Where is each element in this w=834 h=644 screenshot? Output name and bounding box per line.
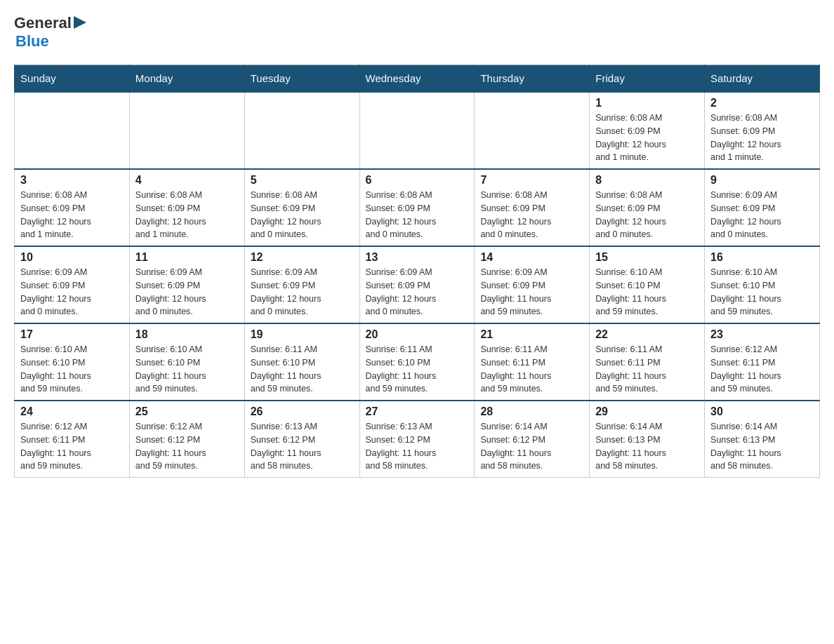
day-info: Sunrise: 6:08 AMSunset: 6:09 PMDaylight:…: [480, 189, 583, 241]
calendar-cell: 27Sunrise: 6:13 AMSunset: 6:12 PMDayligh…: [359, 401, 475, 478]
day-number: 7: [480, 174, 583, 187]
calendar-cell: 9Sunrise: 6:09 AMSunset: 6:09 PMDaylight…: [705, 169, 820, 246]
calendar-cell: 3Sunrise: 6:08 AMSunset: 6:09 PMDaylight…: [15, 169, 130, 246]
calendar-cell: 13Sunrise: 6:09 AMSunset: 6:09 PMDayligh…: [359, 246, 475, 323]
calendar-cell: 8Sunrise: 6:08 AMSunset: 6:09 PMDaylight…: [590, 169, 705, 246]
logo: General Blue: [14, 14, 89, 51]
day-number: 25: [135, 405, 239, 418]
weekday-header-wednesday: Wednesday: [359, 65, 475, 93]
calendar-cell: 5Sunrise: 6:08 AMSunset: 6:09 PMDaylight…: [244, 169, 359, 246]
weekday-header-friday: Friday: [590, 65, 705, 93]
day-info: Sunrise: 6:11 AMSunset: 6:11 PMDaylight:…: [480, 343, 583, 396]
day-info: Sunrise: 6:11 AMSunset: 6:10 PMDaylight:…: [251, 343, 354, 396]
day-info: Sunrise: 6:09 AMSunset: 6:09 PMDaylight:…: [366, 266, 469, 318]
calendar-cell: 2Sunrise: 6:08 AMSunset: 6:09 PMDaylight…: [705, 92, 820, 169]
day-info: Sunrise: 6:14 AMSunset: 6:13 PMDaylight:…: [710, 420, 814, 473]
calendar-cell: 12Sunrise: 6:09 AMSunset: 6:09 PMDayligh…: [244, 246, 359, 323]
calendar-cell: 15Sunrise: 6:10 AMSunset: 6:10 PMDayligh…: [590, 246, 705, 323]
calendar-cell: 17Sunrise: 6:10 AMSunset: 6:10 PMDayligh…: [15, 323, 130, 401]
calendar-cell: 23Sunrise: 6:12 AMSunset: 6:11 PMDayligh…: [705, 323, 820, 401]
day-info: Sunrise: 6:08 AMSunset: 6:09 PMDaylight:…: [595, 112, 699, 164]
day-info: Sunrise: 6:10 AMSunset: 6:10 PMDaylight:…: [595, 266, 699, 318]
day-number: 18: [135, 328, 239, 341]
calendar-cell: 25Sunrise: 6:12 AMSunset: 6:12 PMDayligh…: [129, 401, 244, 478]
day-number: 15: [595, 251, 699, 264]
calendar-cell: [129, 92, 244, 169]
day-number: 26: [251, 405, 354, 418]
day-info: Sunrise: 6:08 AMSunset: 6:09 PMDaylight:…: [366, 189, 469, 241]
calendar-cell: 6Sunrise: 6:08 AMSunset: 6:09 PMDaylight…: [359, 169, 475, 246]
calendar-cell: 30Sunrise: 6:14 AMSunset: 6:13 PMDayligh…: [705, 401, 820, 478]
calendar-cell: 11Sunrise: 6:09 AMSunset: 6:09 PMDayligh…: [129, 246, 244, 323]
calendar-cell: 1Sunrise: 6:08 AMSunset: 6:09 PMDaylight…: [590, 92, 705, 169]
day-number: 4: [135, 174, 239, 187]
day-number: 5: [251, 174, 354, 187]
day-info: Sunrise: 6:10 AMSunset: 6:10 PMDaylight:…: [135, 343, 239, 396]
calendar-cell: 28Sunrise: 6:14 AMSunset: 6:12 PMDayligh…: [475, 401, 590, 478]
calendar-cell: 18Sunrise: 6:10 AMSunset: 6:10 PMDayligh…: [129, 323, 244, 401]
day-number: 6: [366, 174, 469, 187]
calendar-cell: 19Sunrise: 6:11 AMSunset: 6:10 PMDayligh…: [244, 323, 359, 401]
calendar-table: SundayMondayTuesdayWednesdayThursdayFrid…: [14, 65, 820, 478]
weekday-header-monday: Monday: [129, 65, 244, 93]
day-info: Sunrise: 6:13 AMSunset: 6:12 PMDaylight:…: [366, 420, 469, 473]
weekday-header-row: SundayMondayTuesdayWednesdayThursdayFrid…: [15, 65, 820, 93]
day-number: 17: [20, 328, 124, 341]
day-number: 21: [480, 328, 583, 341]
weekday-header-thursday: Thursday: [475, 65, 590, 93]
calendar-cell: 4Sunrise: 6:08 AMSunset: 6:09 PMDaylight…: [129, 169, 244, 246]
day-number: 9: [710, 174, 814, 187]
calendar-cell: [244, 92, 359, 169]
weekday-header-sunday: Sunday: [15, 65, 130, 93]
day-info: Sunrise: 6:14 AMSunset: 6:12 PMDaylight:…: [480, 420, 583, 473]
day-info: Sunrise: 6:09 AMSunset: 6:09 PMDaylight:…: [710, 189, 814, 241]
day-number: 10: [20, 251, 124, 264]
week-row-3: 10Sunrise: 6:09 AMSunset: 6:09 PMDayligh…: [15, 246, 820, 323]
day-number: 19: [251, 328, 354, 341]
day-info: Sunrise: 6:11 AMSunset: 6:10 PMDaylight:…: [366, 343, 469, 396]
day-number: 12: [251, 251, 354, 264]
day-info: Sunrise: 6:13 AMSunset: 6:12 PMDaylight:…: [251, 420, 354, 473]
day-info: Sunrise: 6:12 AMSunset: 6:11 PMDaylight:…: [710, 343, 814, 396]
calendar-cell: [359, 92, 475, 169]
day-info: Sunrise: 6:12 AMSunset: 6:12 PMDaylight:…: [135, 420, 239, 473]
calendar-cell: 21Sunrise: 6:11 AMSunset: 6:11 PMDayligh…: [475, 323, 590, 401]
calendar-cell: [475, 92, 590, 169]
weekday-header-tuesday: Tuesday: [244, 65, 359, 93]
calendar-cell: 22Sunrise: 6:11 AMSunset: 6:11 PMDayligh…: [590, 323, 705, 401]
day-info: Sunrise: 6:08 AMSunset: 6:09 PMDaylight:…: [595, 189, 699, 241]
calendar-cell: 14Sunrise: 6:09 AMSunset: 6:09 PMDayligh…: [475, 246, 590, 323]
weekday-header-saturday: Saturday: [705, 65, 820, 93]
calendar-cell: 10Sunrise: 6:09 AMSunset: 6:09 PMDayligh…: [15, 246, 130, 323]
day-info: Sunrise: 6:10 AMSunset: 6:10 PMDaylight:…: [20, 343, 124, 396]
calendar-cell: 24Sunrise: 6:12 AMSunset: 6:11 PMDayligh…: [15, 401, 130, 478]
day-number: 14: [480, 251, 583, 264]
day-number: 30: [710, 405, 814, 418]
svg-marker-0: [74, 16, 86, 29]
day-info: Sunrise: 6:09 AMSunset: 6:09 PMDaylight:…: [251, 266, 354, 318]
day-number: 28: [480, 405, 583, 418]
logo-blue: Blue: [15, 32, 49, 51]
day-info: Sunrise: 6:11 AMSunset: 6:11 PMDaylight:…: [595, 343, 699, 396]
week-row-5: 24Sunrise: 6:12 AMSunset: 6:11 PMDayligh…: [15, 401, 820, 478]
day-info: Sunrise: 6:09 AMSunset: 6:09 PMDaylight:…: [480, 266, 583, 318]
day-number: 2: [710, 97, 814, 109]
day-info: Sunrise: 6:14 AMSunset: 6:13 PMDaylight:…: [595, 420, 699, 473]
calendar-cell: 26Sunrise: 6:13 AMSunset: 6:12 PMDayligh…: [244, 401, 359, 478]
day-info: Sunrise: 6:08 AMSunset: 6:09 PMDaylight:…: [135, 189, 239, 241]
day-info: Sunrise: 6:08 AMSunset: 6:09 PMDaylight:…: [20, 189, 124, 241]
day-info: Sunrise: 6:09 AMSunset: 6:09 PMDaylight:…: [135, 266, 239, 318]
calendar-cell: [15, 92, 130, 169]
logo-arrow-icon: [74, 16, 89, 29]
week-row-1: 1Sunrise: 6:08 AMSunset: 6:09 PMDaylight…: [15, 92, 820, 169]
day-number: 1: [595, 97, 699, 109]
calendar-cell: 29Sunrise: 6:14 AMSunset: 6:13 PMDayligh…: [590, 401, 705, 478]
day-number: 23: [710, 328, 814, 341]
calendar-cell: 7Sunrise: 6:08 AMSunset: 6:09 PMDaylight…: [475, 169, 590, 246]
day-number: 16: [710, 251, 814, 264]
day-number: 27: [366, 405, 469, 418]
week-row-2: 3Sunrise: 6:08 AMSunset: 6:09 PMDaylight…: [15, 169, 820, 246]
day-number: 29: [595, 405, 699, 418]
logo-general: General: [14, 14, 72, 32]
day-info: Sunrise: 6:08 AMSunset: 6:09 PMDaylight:…: [251, 189, 354, 241]
